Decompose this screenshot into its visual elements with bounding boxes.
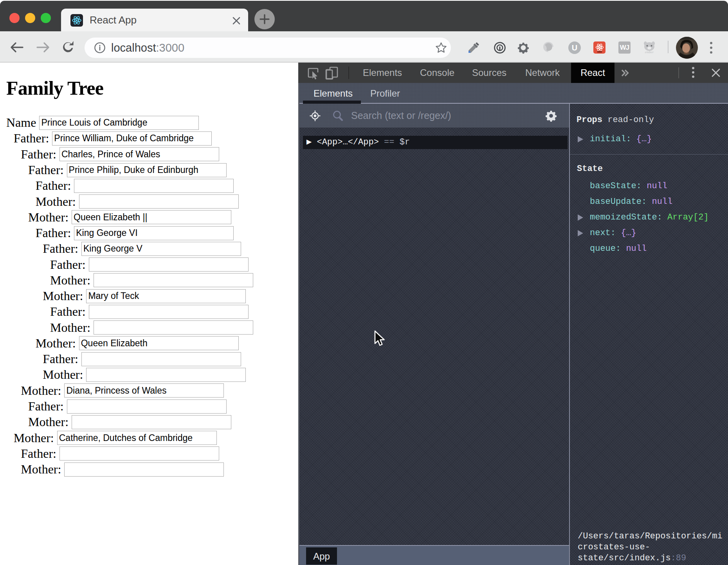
- svg-text:ember: ember: [645, 50, 654, 54]
